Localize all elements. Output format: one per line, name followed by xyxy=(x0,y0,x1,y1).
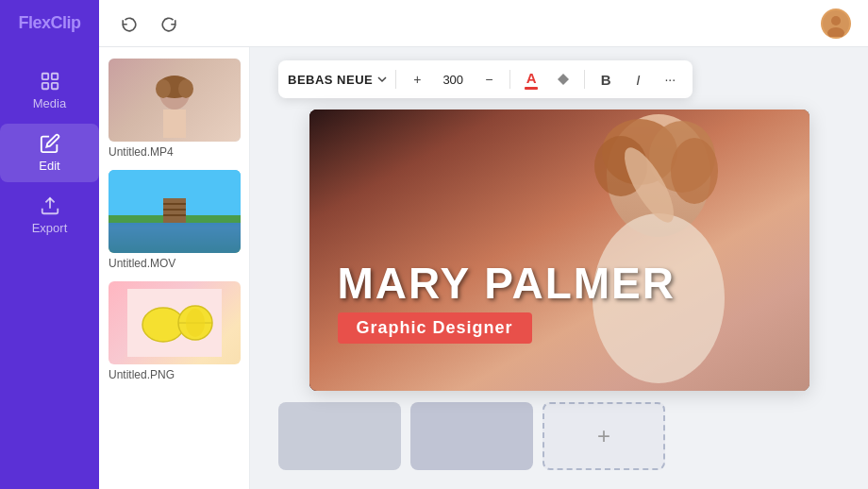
film-clip-1[interactable] xyxy=(278,402,401,470)
media-item-mov[interactable]: Untitled.MOV xyxy=(108,170,240,270)
media-label-mp4: Untitled.MP4 xyxy=(108,145,240,159)
svg-rect-12 xyxy=(163,110,186,138)
font-size-increase-button[interactable]: + xyxy=(404,66,430,93)
media-label-mov: Untitled.MOV xyxy=(108,257,240,270)
add-icon: + xyxy=(597,423,610,449)
svg-rect-1 xyxy=(51,74,57,79)
svg-point-33 xyxy=(671,138,718,204)
svg-rect-28 xyxy=(309,110,810,391)
redo-button[interactable] xyxy=(156,10,182,37)
video-canvas[interactable]: MARY PALMER Graphic Designer xyxy=(309,110,810,391)
more-options-button[interactable]: ··· xyxy=(657,66,683,93)
svg-point-26 xyxy=(186,309,205,337)
avatar-icon xyxy=(823,10,849,37)
logo-clip: Clip xyxy=(51,13,81,32)
bold-button[interactable]: B xyxy=(593,66,619,93)
font-selector[interactable]: BEBAS NEUE xyxy=(288,73,388,87)
sidebar-item-media[interactable]: Media xyxy=(0,61,99,120)
canvas-area: BEBAS NEUE + 300 − A xyxy=(250,47,868,489)
sidebar-item-media-label: Media xyxy=(33,96,66,110)
text-color-button[interactable]: A xyxy=(518,66,544,93)
media-item-png[interactable]: Untitled.PNG xyxy=(108,281,240,381)
app-logo: FlexClip xyxy=(18,13,80,33)
thumb-png xyxy=(108,281,241,364)
logo-flex: Flex xyxy=(18,13,50,32)
divider-1 xyxy=(395,70,396,89)
film-add-button[interactable]: + xyxy=(542,402,665,470)
sidebar-item-edit-label: Edit xyxy=(39,159,59,173)
svg-rect-0 xyxy=(42,74,47,79)
thumb-mov xyxy=(108,170,241,253)
svg-marker-27 xyxy=(558,74,569,85)
png-thumbnail-art xyxy=(127,289,222,357)
svg-rect-3 xyxy=(51,83,57,89)
film-clip-2[interactable] xyxy=(410,402,533,470)
media-icon xyxy=(40,71,60,92)
content-row: Untitled.MP4 xyxy=(99,47,868,489)
svg-point-6 xyxy=(831,16,841,25)
thumb-mp4 xyxy=(108,59,241,142)
media-item-mp4[interactable]: Untitled.MP4 xyxy=(108,59,240,159)
sidebar-item-export-label: Export xyxy=(32,221,68,235)
edit-icon xyxy=(40,133,60,154)
sidebar: FlexClip Media Edit Export xyxy=(0,0,99,489)
font-name: BEBAS NEUE xyxy=(288,73,373,87)
filmstrip: + xyxy=(278,402,665,470)
color-a-icon: A xyxy=(525,70,538,90)
italic-button[interactable]: I xyxy=(625,66,651,93)
export-icon xyxy=(40,195,60,216)
mov-thumbnail-art xyxy=(108,170,241,253)
canvas-title: Graphic Designer xyxy=(338,312,532,344)
canvas-bg-svg xyxy=(309,110,810,391)
divider-3 xyxy=(584,70,585,89)
media-label-png: Untitled.PNG xyxy=(108,368,240,381)
user-avatar[interactable] xyxy=(821,8,851,39)
media-panel: Untitled.MP4 xyxy=(99,47,250,489)
font-size-decrease-button[interactable]: − xyxy=(476,66,502,93)
chevron-down-icon xyxy=(376,74,388,85)
topbar xyxy=(99,0,868,47)
svg-point-10 xyxy=(156,79,171,98)
svg-rect-2 xyxy=(42,83,47,89)
highlight-icon xyxy=(556,72,571,87)
sidebar-item-export[interactable]: Export xyxy=(0,186,99,244)
font-size-display: 300 xyxy=(436,73,470,87)
video-background: MARY PALMER Graphic Designer xyxy=(309,110,810,391)
text-toolbar: BEBAS NEUE + 300 − A xyxy=(278,60,693,98)
mp4-thumbnail-art xyxy=(137,62,212,138)
undo-button[interactable] xyxy=(116,10,142,37)
canvas-text-area: MARY PALMER Graphic Designer xyxy=(338,261,781,344)
svg-point-11 xyxy=(178,79,193,98)
sidebar-item-edit[interactable]: Edit xyxy=(0,124,99,182)
highlight-button[interactable] xyxy=(550,66,576,93)
main-area: Untitled.MP4 xyxy=(99,0,868,489)
canvas-name: MARY PALMER xyxy=(338,261,781,305)
divider-2 xyxy=(509,70,510,89)
